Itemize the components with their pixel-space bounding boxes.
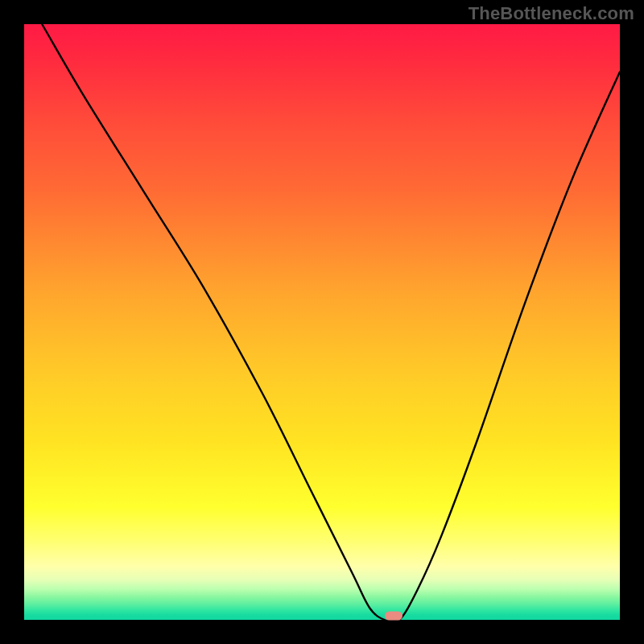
plot-area bbox=[24, 24, 620, 620]
watermark-text: TheBottleneck.com bbox=[469, 3, 634, 24]
bottleneck-marker bbox=[385, 611, 402, 620]
chart-frame: TheBottleneck.com bbox=[0, 0, 644, 644]
bottleneck-curve bbox=[24, 24, 620, 620]
curve-path bbox=[24, 0, 620, 622]
